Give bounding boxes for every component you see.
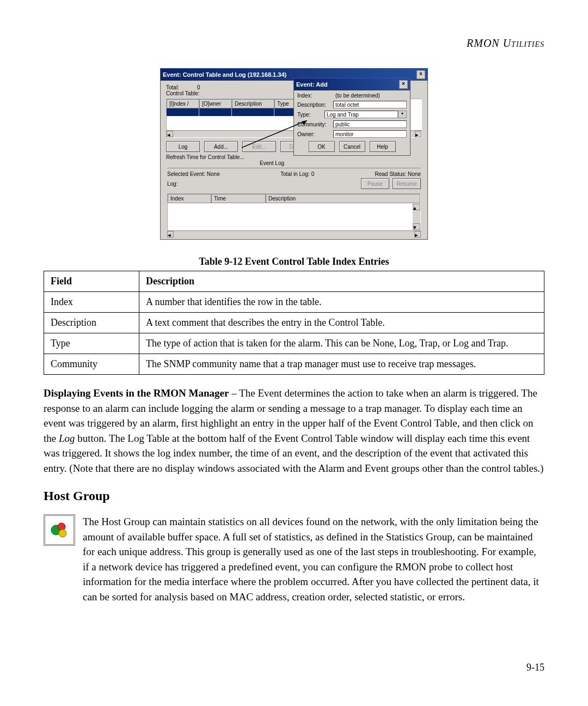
scroll-up-icon[interactable]: ▴ (413, 204, 420, 210)
close-icon[interactable]: × (416, 70, 425, 79)
popup-titlebar: Event: Add × (294, 78, 410, 90)
para-log-word: Log (59, 433, 75, 444)
add-button[interactable]: Add... (204, 141, 238, 152)
doc-table: Field Description Index A number that id… (44, 271, 544, 375)
popup-index-label: Index: (297, 93, 335, 99)
total-value: 0 (197, 84, 200, 90)
owner-input[interactable] (333, 130, 407, 138)
selected-event: Selected Event: None (167, 171, 220, 177)
scroll-right-icon[interactable]: ▸ (415, 131, 421, 137)
popup-owner-label: Owner: (297, 131, 333, 137)
col-index[interactable]: [I]ndex / (167, 99, 199, 108)
table-caption: Table 9-12 Event Control Table Index Ent… (44, 256, 544, 267)
popup-type-label: Type: (297, 112, 324, 118)
h-scrollbar2[interactable]: ◂ ▸ (167, 230, 421, 238)
community-input[interactable] (333, 120, 407, 128)
table-row: Index A number that identifies the row i… (44, 292, 544, 313)
th-field: Field (44, 271, 139, 292)
table-row: Type The type of action that is taken fo… (44, 333, 544, 354)
col-owner[interactable]: [O]wner (199, 99, 232, 108)
screenshot-figure: Event: Control Table and Log (192.168.1.… (44, 68, 544, 240)
total-label: Total: (166, 84, 179, 90)
page-header: RMON Utilities (467, 37, 544, 50)
host-group-icon (44, 514, 75, 546)
paragraph-host-group: The Host Group can maintain statistics o… (44, 514, 544, 604)
pause-button[interactable]: Pause (361, 178, 389, 189)
log-button[interactable]: Log (166, 141, 200, 152)
popup-desc-label: Description: (297, 102, 333, 108)
col-desc[interactable]: Description (232, 99, 274, 108)
para-body-b: button. The Log Table at the bottom half… (44, 433, 543, 474)
scroll-down-icon[interactable]: ▾ (413, 223, 420, 230)
log-table[interactable]: Index Time Description ▴ ▾ (167, 193, 421, 230)
v-scrollbar[interactable]: ▴ ▾ (413, 204, 420, 230)
log-col-desc[interactable]: Description (266, 194, 420, 203)
table-row: Community The SNMP community name that a… (44, 354, 544, 375)
th-desc: Description (139, 271, 544, 292)
close-icon[interactable]: × (399, 80, 408, 89)
paragraph-events: Displaying Events in the RMON Manager – … (44, 386, 544, 476)
scroll-left-icon[interactable]: ◂ (167, 131, 173, 137)
cancel-button[interactable]: Cancel (339, 141, 365, 152)
chevron-down-icon[interactable]: ▾ (398, 111, 407, 118)
event-log-legend: Event Log (256, 160, 287, 166)
log-col-index[interactable]: Index (168, 194, 211, 203)
table-row: Description A text comment that describe… (44, 313, 544, 333)
event-add-dialog: Event: Add × Index: (to be determined) D… (293, 78, 411, 156)
help-button[interactable]: Help (370, 141, 396, 152)
para-lead: Displaying Events in the RMON Manager (44, 387, 229, 399)
scroll-right-icon[interactable]: ▸ (414, 231, 421, 238)
ok-button[interactable]: OK (309, 141, 335, 152)
host-group-heading: Host Group (44, 489, 544, 503)
popup-index-value: (to be determined) (335, 93, 380, 99)
description-input[interactable] (333, 101, 407, 108)
svg-point-4 (59, 530, 66, 537)
log-col-time[interactable]: Time (211, 194, 266, 203)
page-number: 9-15 (526, 662, 544, 673)
popup-community-label: Community: (297, 121, 333, 127)
resume-button[interactable]: Resume (393, 178, 421, 189)
main-title-text: Event: Control Table and Log (192.168.1.… (163, 71, 286, 78)
read-status: Read Status: None (375, 171, 421, 177)
scroll-left-icon[interactable]: ◂ (167, 231, 174, 238)
edit-button[interactable]: Edit... (242, 141, 276, 152)
type-select[interactable] (324, 111, 398, 118)
host-group-body: The Host Group can maintain statistics o… (83, 514, 544, 604)
log-label: Log: (167, 181, 177, 187)
total-in-log: Total in Log: 0 (280, 171, 314, 177)
popup-title: Event: Add (296, 81, 328, 88)
